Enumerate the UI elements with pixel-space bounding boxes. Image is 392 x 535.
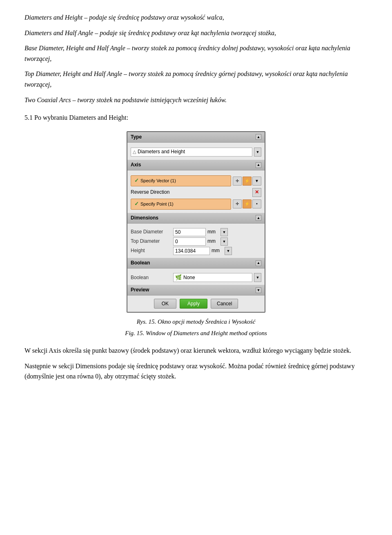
specify-point-row: ✓ Specify Point (1) ✛ ⚡ • <box>131 199 261 210</box>
point-lightning-icon[interactable]: ⚡ <box>243 199 252 208</box>
type-section-content: △ Diameters and Height ▼ <box>127 144 265 160</box>
boolean-leaf-icon: 🌿 <box>175 273 182 282</box>
vector-checkmark: ✓ <box>134 177 139 185</box>
specify-vector-button[interactable]: ✓ Specify Vector (1) <box>131 175 231 186</box>
paragraph-2: Diameters and Half Angle – podaje się śr… <box>24 28 368 38</box>
section-heading: 5.1 Po wybraniu Diameters and Height: <box>24 112 368 123</box>
axis-section-content: ✓ Specify Vector (1) ✛ ⚡ ▼ Reverse Direc… <box>127 172 265 213</box>
top-diameter-dropdown[interactable]: ▼ <box>220 237 228 246</box>
type-section-header: Type ▲ <box>127 132 265 143</box>
boolean-dropdown-button[interactable]: ▼ <box>254 273 261 282</box>
point-icon-group: ✛ ⚡ • <box>233 199 261 208</box>
type-dropdown-button[interactable]: ▼ <box>254 148 261 157</box>
cancel-button[interactable]: Cancel <box>211 299 238 309</box>
type-collapse-button[interactable]: ▲ <box>256 134 261 140</box>
type-select-box[interactable]: △ Diameters and Height <box>131 148 252 157</box>
ok-button[interactable]: OK <box>154 299 176 309</box>
apply-button[interactable]: Apply <box>180 299 207 309</box>
cone-icon: △ <box>133 148 136 156</box>
bottom-paragraph-1: W sekcji Axis określa się punkt bazowy (… <box>24 345 368 356</box>
dimensions-collapse-button[interactable]: ▲ <box>256 215 261 221</box>
reverse-direction-row: Reverse Direction ✕ <box>131 188 261 197</box>
bottom-paragraph-2: Następnie w sekcji Dimensions podaje się… <box>24 361 368 382</box>
dialog-buttons: OK Apply Cancel <box>127 299 265 309</box>
dimensions-section-content: Base Diameter mm ▼ Top Diameter mm ▼ Hei… <box>127 225 265 258</box>
vector-dropdown-icon[interactable]: ▼ <box>252 177 261 186</box>
dimensions-section-header: Dimensions ▲ <box>127 213 265 224</box>
height-dropdown[interactable]: ▼ <box>225 247 232 255</box>
boolean-section-header: Boolean ▲ <box>127 258 265 269</box>
vector-icon-group: ✛ ⚡ ▼ <box>233 177 261 186</box>
paragraph-5: Two Coaxial Arcs – tworzy stożek na pods… <box>24 95 368 105</box>
preview-collapse-button[interactable]: ▼ <box>256 287 261 293</box>
dialog-wrapper: Type ▲ △ Diameters and Height ▼ Axis ▲ ✓… <box>24 131 368 313</box>
height-row: Height mm ▼ <box>131 247 261 255</box>
base-diameter-input[interactable] <box>173 228 206 236</box>
point-crosshair-icon[interactable]: ✛ <box>233 199 242 208</box>
figure-caption-2: Fig. 15. Window of Diameters and Height … <box>24 328 368 338</box>
top-diameter-input[interactable] <box>173 237 206 246</box>
base-diameter-row: Base Diameter mm ▼ <box>131 228 261 236</box>
specify-vector-row: ✓ Specify Vector (1) ✛ ⚡ ▼ <box>131 175 261 186</box>
point-dot-icon[interactable]: • <box>252 199 261 208</box>
height-input[interactable] <box>173 247 210 255</box>
paragraph-3: Base Diameter, Height and Half Angle – t… <box>24 43 368 64</box>
top-diameter-row: Top Diameter mm ▼ <box>131 237 261 246</box>
point-checkmark: ✓ <box>134 200 139 208</box>
axis-collapse-button[interactable]: ▲ <box>256 162 261 168</box>
figure-caption-1: Rys. 15. Okno opcji metody Średnica i Wy… <box>24 317 368 327</box>
paragraph-4: Top Diameter, Height and Half Angle – tw… <box>24 69 368 90</box>
base-diameter-dropdown[interactable]: ▼ <box>220 228 228 236</box>
preview-section-header: Preview ▼ <box>127 285 265 295</box>
type-select-row: △ Diameters and Height ▼ <box>131 148 261 157</box>
axis-section-header: Axis ▲ <box>127 160 265 170</box>
boolean-row: Boolean 🌿 None ▼ <box>131 273 261 282</box>
vector-lightning-icon[interactable]: ⚡ <box>243 177 252 186</box>
specify-point-button[interactable]: ✓ Specify Point (1) <box>131 199 231 210</box>
boolean-select-box[interactable]: 🌿 None <box>173 273 252 282</box>
boolean-section-content: Boolean 🌿 None ▼ <box>127 270 265 285</box>
paragraph-1: Diameters and Height – podaje się średni… <box>24 12 368 23</box>
vector-move-icon[interactable]: ✛ <box>233 177 242 186</box>
dialog-box: Type ▲ △ Diameters and Height ▼ Axis ▲ ✓… <box>127 131 265 313</box>
boolean-collapse-button[interactable]: ▲ <box>256 260 261 266</box>
reverse-direction-x-button[interactable]: ✕ <box>252 188 261 197</box>
